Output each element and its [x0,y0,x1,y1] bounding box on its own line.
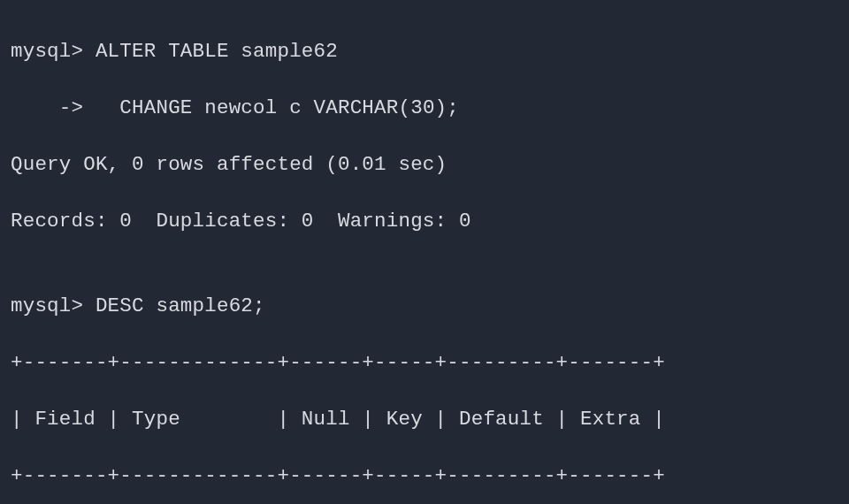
prompt-line-desc: mysql> DESC sample62; [11,292,838,320]
query-stats-line: Records: 0 Duplicates: 0 Warnings: 0 [11,207,838,235]
table-border-top: +-------+-------------+------+-----+----… [11,348,838,377]
command-text: ALTER TABLE sample62 [96,40,338,63]
command-text: CHANGE newcol c VARCHAR(30); [96,96,459,119]
table-header-row: | Field | Type | Null | Key | Default | … [11,405,838,433]
prompt-line-alter-2: -> CHANGE newcol c VARCHAR(30); [11,94,838,122]
prompt-primary: mysql> [11,40,83,63]
terminal-window[interactable]: mysql> ALTER TABLE sample62 -> CHANGE ne… [0,0,849,504]
query-ok-line: Query OK, 0 rows affected (0.01 sec) [11,150,838,179]
table-border-mid: +-------+-------------+------+-----+----… [11,462,838,490]
command-text: DESC sample62; [96,294,265,317]
prompt-primary: mysql> [11,294,83,317]
prompt-continuation: -> [11,96,83,119]
prompt-line-alter-1: mysql> ALTER TABLE sample62 [11,37,838,65]
